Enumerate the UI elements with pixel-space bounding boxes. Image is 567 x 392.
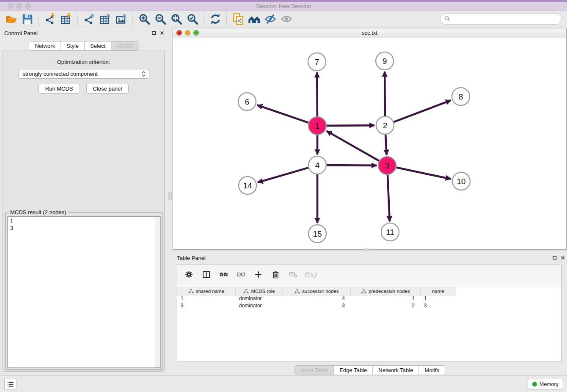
select-all-icon [219, 270, 228, 279]
table-settings-button[interactable] [183, 269, 194, 280]
tab-node-table[interactable]: Node Table [295, 366, 334, 375]
table-row[interactable]: 3dominator323 [177, 303, 561, 310]
zoom-out-button[interactable] [152, 12, 168, 26]
deselect-all-icon [237, 270, 245, 279]
toolbar-separator [39, 13, 39, 25]
node-label: 10 [457, 177, 465, 186]
tab-network-table[interactable]: Network Table [373, 366, 419, 375]
mcds-result-text[interactable]: 1 3 [7, 216, 161, 368]
zoom-fit-button[interactable] [168, 12, 184, 26]
node-6[interactable]: 6 [238, 93, 256, 110]
column-header-name[interactable]: name [421, 287, 456, 295]
export-image-button[interactable] [113, 12, 129, 26]
node-14[interactable]: 14 [239, 177, 256, 194]
node-10[interactable]: 10 [452, 172, 470, 190]
table-row[interactable]: 1dominator411 [177, 295, 561, 303]
table-cell: 4 [283, 295, 351, 303]
run-mcds-button[interactable]: Run MCDS [39, 84, 80, 94]
apply-layout-button[interactable] [207, 12, 223, 26]
search-input[interactable] [451, 15, 558, 22]
table-cell: dominator [236, 295, 283, 303]
node-label: 6 [245, 97, 250, 106]
column-header-label: predecessor nodes [369, 289, 410, 294]
network-canvas[interactable]: 7968124314101511 [173, 38, 566, 249]
node-7[interactable]: 7 [308, 53, 326, 71]
edge-2-9[interactable] [385, 72, 385, 116]
node-9[interactable]: 9 [376, 52, 394, 70]
edge-3-10[interactable] [396, 168, 451, 179]
optimization-criterion-select[interactable]: strongly connected component [18, 69, 149, 79]
tab-edge-table[interactable]: Edge Table [334, 366, 373, 375]
column-header-mcds-role[interactable]: MCDS role [236, 287, 283, 295]
open-session-button[interactable] [3, 12, 19, 26]
toggle-panes-button[interactable] [201, 269, 212, 280]
column-header-label: MCDS role [251, 289, 275, 294]
table-tabs: Node TableEdge TableNetwork TableMotifs [173, 365, 567, 375]
import-network-button[interactable] [42, 12, 58, 26]
node-8[interactable]: 8 [452, 88, 470, 105]
tab-style[interactable]: Style [61, 41, 85, 50]
node-label: 3 [385, 161, 390, 170]
select-all-button[interactable] [218, 269, 229, 280]
result-scrollbar[interactable] [155, 217, 160, 367]
close-panel-icon[interactable] [560, 255, 565, 260]
zoom-selected-button[interactable] [184, 12, 201, 26]
edge-1-2[interactable] [327, 125, 374, 126]
task-history-button[interactable] [4, 379, 17, 389]
hide-selected-button[interactable] [262, 12, 278, 26]
add-row-button[interactable] [253, 269, 264, 280]
table-cell: 3 [283, 303, 351, 310]
node-3[interactable]: 3 [378, 157, 396, 174]
edge-4-14[interactable] [258, 168, 308, 182]
node-2[interactable]: 2 [376, 116, 394, 134]
column-header-predecessor-nodes[interactable]: predecessor nodes [351, 287, 421, 295]
export-table-button[interactable] [97, 12, 113, 26]
tab-mcds[interactable]: MCDS [111, 41, 138, 50]
deselect-all-button[interactable] [235, 269, 246, 280]
edge-4-3[interactable] [327, 165, 377, 166]
edge-3-1[interactable] [327, 131, 379, 161]
tab-motifs[interactable]: Motifs [419, 366, 445, 375]
column-header-successor-nodes[interactable]: successor nodes [283, 287, 351, 295]
zoom-fit-icon [170, 13, 183, 25]
delete-row-icon [271, 270, 280, 279]
show-all-button[interactable] [278, 12, 295, 26]
node-11[interactable]: 11 [381, 223, 399, 241]
clone-network-button[interactable] [230, 12, 246, 26]
splitter-handle[interactable] [168, 192, 172, 200]
tab-select[interactable]: Select [85, 41, 111, 50]
zoom-in-button[interactable] [136, 12, 152, 26]
save-session-button[interactable] [19, 12, 36, 26]
network-window-titlebar[interactable]: ✕ − + scc.txt [173, 28, 566, 38]
node-4[interactable]: 4 [308, 156, 326, 174]
import-table-button[interactable] [58, 12, 74, 26]
node-table: f(x) shared nameMCDS rolesuccessor nodes… [177, 265, 561, 362]
home-button[interactable] [246, 12, 262, 26]
column-header-shared-name[interactable]: shared name [177, 287, 236, 295]
close-panel-button[interactable]: Close panel [86, 84, 129, 94]
edge-1-6[interactable] [257, 105, 309, 123]
clone-network-icon [232, 13, 245, 25]
edge-2-3[interactable] [385, 135, 387, 155]
float-panel-icon[interactable] [151, 30, 157, 36]
toggle-panes-icon [202, 270, 211, 279]
export-image-icon [115, 13, 128, 25]
table-cell: 3 [421, 303, 456, 310]
memory-button[interactable]: Memory [528, 379, 563, 389]
delete-row-button[interactable] [270, 269, 281, 280]
table-cell: 2 [351, 303, 421, 310]
edge-3-11[interactable] [388, 175, 390, 221]
zoom-in-icon [138, 13, 151, 25]
save-session-icon [21, 13, 34, 25]
export-network-icon [83, 13, 96, 25]
edge-1-7[interactable] [317, 72, 317, 116]
tab-network[interactable]: Network [29, 41, 61, 50]
splitter-handle[interactable] [365, 248, 369, 251]
fx-icon: f(x) [304, 271, 316, 279]
edge-2-8[interactable] [394, 100, 451, 122]
node-1[interactable]: 1 [308, 117, 326, 135]
export-network-button[interactable] [81, 12, 97, 26]
node-15[interactable]: 15 [308, 225, 326, 243]
close-panel-icon[interactable] [160, 30, 165, 36]
float-panel-icon[interactable] [552, 255, 557, 260]
